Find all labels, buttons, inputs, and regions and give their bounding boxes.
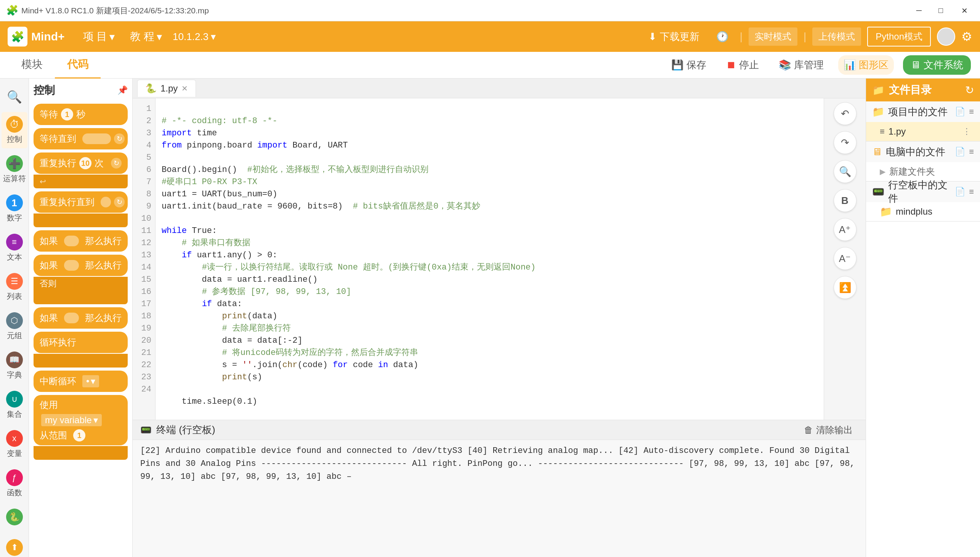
break-dropdown[interactable]: • ▾ <box>82 375 99 388</box>
code-line-1: # -*- coding: utf-8 -*- <box>162 116 278 126</box>
minimize-button[interactable]: ─ <box>912 5 926 16</box>
file-panel-header: 📁 文件目录 ↻ <box>866 78 980 101</box>
library-button[interactable]: 📚 库管理 <box>774 55 829 75</box>
sidebar-item-text[interactable]: ≡ 文本 <box>2 230 28 266</box>
upload-mode-label: 上传模式 <box>818 31 855 42</box>
block-break[interactable]: 中断循环 • ▾ <box>34 371 128 392</box>
close-button[interactable]: ✕ <box>955 5 974 16</box>
file-more-icon[interactable]: ⋮ <box>962 127 971 137</box>
block-wait-until[interactable]: 等待直到 ↻ <box>34 128 128 150</box>
editor-tab-1py[interactable]: 🐍 1.py ✕ <box>137 80 196 97</box>
sidebar-item-control[interactable]: ⏱ 控制 <box>2 112 28 148</box>
terminal-content[interactable]: [22] Arduino compatible device found and… <box>133 440 866 557</box>
download-update-button[interactable]: ⬇ 下载更新 <box>643 27 705 47</box>
loop-body-connector <box>34 354 128 368</box>
block-repeat-until[interactable]: 重复执行直到 ↻ <box>34 191 128 213</box>
file-panel-title: 文件目录 <box>889 83 960 97</box>
numbers-icon: 1 <box>11 197 17 209</box>
sidebar-item-variables[interactable]: x 变量 <box>2 426 28 463</box>
stop-button[interactable]: ⏹ 停止 <box>721 55 764 75</box>
if-label2: 如果 <box>40 259 58 272</box>
variable-dropdown[interactable]: my variable ▾ <box>41 414 102 426</box>
line-num-11: 11 <box>133 225 151 237</box>
toolbar-divider-2: | <box>803 31 806 43</box>
goto-top-button[interactable]: ⏫ <box>834 276 856 299</box>
python-mode-button[interactable]: Python模式 <box>867 27 931 47</box>
project-add-icon[interactable]: 📄 <box>955 107 965 117</box>
sidebar-item-functions[interactable]: ƒ 函数 <box>2 466 28 502</box>
board-add-icon[interactable]: 📄 <box>955 187 965 197</box>
clear-output-button[interactable]: 🗑 清除输出 <box>798 422 858 438</box>
file-panel: 📁 文件目录 ↻ 📁 项目中的文件 📄 ≡ ≡ 1.py ⋮ � <box>866 78 980 557</box>
range-badge[interactable]: 1 <box>73 429 85 441</box>
block-loop[interactable]: 循环执行 <box>34 332 128 353</box>
project-files-header[interactable]: 📁 项目中的文件 📄 ≡ <box>866 101 980 122</box>
line-num-21: 21 <box>133 347 151 359</box>
variables-icon: x <box>12 433 16 443</box>
block-repeat[interactable]: 重复执行 10 次 ↻ <box>34 153 128 174</box>
settings-icon[interactable]: ⚙ <box>961 29 972 44</box>
block-if-then2[interactable]: 如果 那么执行 <box>34 255 128 276</box>
board-files-header[interactable]: 📟 行空板中的文件 📄 ≡ <box>866 181 980 202</box>
break-dropdown-label: • <box>86 376 89 387</box>
repeat-arrow: ↻ <box>111 158 122 168</box>
block-for-range[interactable]: 使用 my variable ▾ 从范围 1 <box>34 395 128 445</box>
pin-icon[interactable]: 📌 <box>117 85 128 95</box>
sidebar-item-operators[interactable]: ➕ 运算符 <box>2 151 28 187</box>
realtime-clock-button[interactable]: 🕐 <box>711 28 734 46</box>
font-increase-button[interactable]: A⁺ <box>834 218 856 241</box>
version-selector[interactable]: 10.1.2.3 ▾ <box>173 31 216 43</box>
computer-files-header[interactable]: 🖥 电脑中的文件 📄 ≡ <box>866 142 980 162</box>
python-icon: 🐍 <box>9 512 20 522</box>
block-if-then[interactable]: 如果 那么执行 <box>34 230 128 252</box>
code-line-7: uart1 = UART(bus_num=0) <box>162 189 278 199</box>
font-decrease-button[interactable]: A⁻ <box>834 247 856 270</box>
computer-add-icon[interactable]: 📄 <box>955 147 965 157</box>
stop-icon: ⏹ <box>726 59 736 71</box>
code-line-12: if uart1.any() > 0: <box>162 251 278 260</box>
sidebar-item-extensions[interactable]: ⬆ 扩展 <box>2 535 28 557</box>
tab-blocks[interactable]: 模块 <box>9 52 55 78</box>
project-menu[interactable]: 项 目 ▾ <box>78 26 120 47</box>
project-file-actions: 📄 ≡ <box>955 107 974 117</box>
redo-button[interactable]: ↷ <box>834 131 856 154</box>
tutorial-menu[interactable]: 教 程 ▾ <box>125 26 167 47</box>
search-code-button[interactable]: 🔍 <box>834 160 856 183</box>
save-button[interactable]: 💾 保存 <box>666 55 712 75</box>
sidebar-item-tuples[interactable]: ⬡ 元组 <box>2 308 28 345</box>
sidebar-item-python[interactable]: 🐍 <box>2 505 28 529</box>
sidebar-item-dict[interactable]: 📖 字典 <box>2 348 28 384</box>
line-num-14: 14 <box>133 262 151 274</box>
sidebar-item-numbers[interactable]: 1 数字 <box>2 191 28 227</box>
code-editor[interactable]: # -*- coding: utf-8 -*- import time from… <box>156 98 824 420</box>
undo-button[interactable]: ↶ <box>834 102 856 125</box>
block-if-then3[interactable]: 如果 那么执行 <box>34 307 128 329</box>
sidebar-search[interactable]: 🔍 <box>2 85 28 109</box>
extensions-icon: ⬆ <box>11 542 18 552</box>
realtime-mode-button[interactable]: 实时模式 <box>749 28 797 46</box>
maximize-button[interactable]: □ <box>934 5 947 16</box>
use-label: 使用 <box>40 399 58 411</box>
sidebar-item-sets[interactable]: ∪ 集合 <box>2 387 28 423</box>
sidebar-item-lists[interactable]: ☰ 列表 <box>2 269 28 305</box>
repeat-label: 重复执行 <box>40 157 76 169</box>
line-num-1: 1 <box>133 103 151 115</box>
graph-button[interactable]: 📊 图形区 <box>838 55 894 75</box>
block-wait[interactable]: 等待 1 秒 <box>34 104 128 125</box>
tab-close-button[interactable]: ✕ <box>182 84 188 93</box>
tab-code[interactable]: 代码 <box>55 52 101 78</box>
wait-badge[interactable]: 1 <box>61 108 73 121</box>
repeat-badge[interactable]: 10 <box>79 157 91 169</box>
refresh-icon[interactable]: ↻ <box>965 84 974 96</box>
file-item-1py[interactable]: ≡ 1.py ⋮ <box>866 122 980 141</box>
python-file-icon: 🐍 <box>145 83 157 94</box>
filesystem-button[interactable]: 🖥 文件系统 <box>903 55 971 75</box>
bold-button[interactable]: B <box>834 189 856 212</box>
numbers-label: 数字 <box>7 213 22 223</box>
computer-menu-icon[interactable]: ≡ <box>969 147 974 157</box>
project-menu-icon[interactable]: ≡ <box>969 107 974 117</box>
tab-label: 1.py <box>161 83 178 94</box>
board-menu-icon[interactable]: ≡ <box>969 187 974 197</box>
user-avatar[interactable] <box>937 28 955 46</box>
upload-mode-button[interactable]: 上传模式 <box>812 28 861 46</box>
